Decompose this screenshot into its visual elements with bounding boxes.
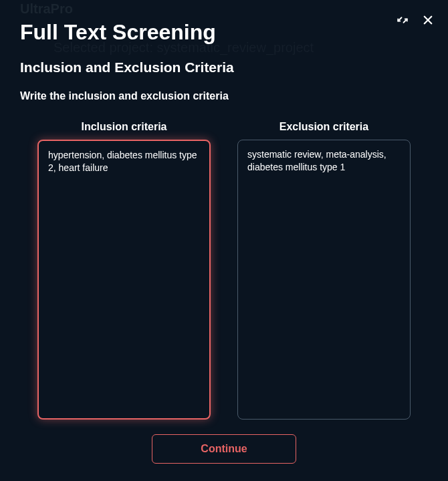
exclusion-header: Exclusion criteria: [237, 121, 411, 133]
expand-icon[interactable]: [396, 13, 409, 27]
criteria-heading: Inclusion and Exclusion Criteria: [20, 59, 428, 75]
screening-modal: Full Text Screening Inclusion and Exclus…: [0, 0, 448, 481]
exclusion-column: Exclusion criteria: [237, 121, 411, 420]
exclusion-input[interactable]: [237, 140, 411, 420]
modal-title: Full Text Screening: [20, 20, 428, 45]
inclusion-column: Inclusion criteria: [37, 121, 211, 420]
instruction-text: Write the inclusion and exclusion criter…: [20, 90, 428, 102]
close-icon[interactable]: [421, 13, 435, 27]
modal-window-controls: [396, 13, 435, 27]
criteria-columns: Inclusion criteria Exclusion criteria: [20, 121, 428, 420]
continue-button[interactable]: Continue: [152, 434, 296, 464]
inclusion-header: Inclusion criteria: [37, 121, 211, 133]
inclusion-input[interactable]: [37, 140, 211, 420]
modal-footer: Continue: [20, 420, 428, 468]
